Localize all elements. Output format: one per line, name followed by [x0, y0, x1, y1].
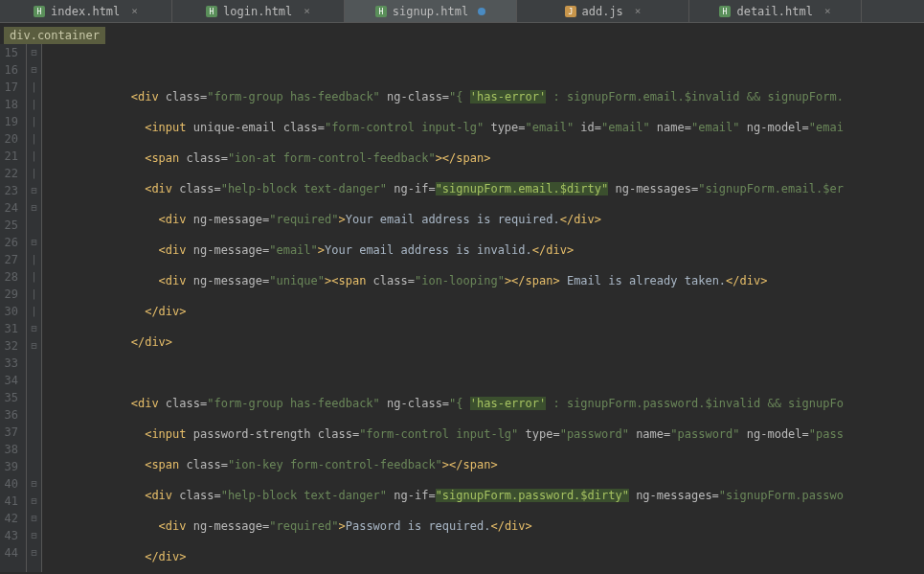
tab-label: detail.html — [736, 5, 812, 18]
tab-index[interactable]: H index.html × — [0, 0, 172, 22]
close-icon[interactable]: × — [304, 5, 310, 17]
tab-login[interactable]: H login.html × — [172, 0, 345, 22]
html-file-icon: H — [375, 6, 387, 17]
tab-label: index.html — [51, 5, 120, 18]
svg-text:H: H — [210, 8, 214, 16]
tab-label: add.js — [582, 5, 623, 18]
tab-add-js[interactable]: J add.js × — [517, 0, 689, 22]
html-file-icon: H — [719, 6, 731, 17]
line-number-gutter: 1516171819202122232425262728293031323334… — [0, 44, 27, 572]
close-icon[interactable]: × — [635, 5, 642, 17]
svg-text:H: H — [37, 8, 42, 16]
close-icon[interactable]: × — [824, 5, 831, 17]
tab-detail[interactable]: H detail.html × — [689, 0, 862, 22]
tab-signup[interactable]: H signup.html — [345, 0, 517, 22]
js-file-icon: J — [565, 6, 576, 17]
close-icon[interactable]: × — [131, 5, 138, 17]
tab-label: login.html — [223, 5, 292, 18]
breadcrumb[interactable]: div.container — [4, 27, 105, 44]
html-file-icon: H — [34, 6, 45, 17]
svg-text:H: H — [378, 8, 383, 16]
modified-indicator-icon — [478, 8, 485, 15]
tab-label: signup.html — [393, 5, 468, 18]
fold-gutter[interactable]: ⊟⊟||||||⊟⊟⊟||||⊟⊟⊟⊟⊟⊟⊟ — [27, 44, 42, 572]
html-file-icon: H — [206, 6, 217, 17]
code-editor[interactable]: 1516171819202122232425262728293031323334… — [0, 44, 924, 572]
code-area[interactable]: <div class="form-group has-feedback" ng-… — [42, 44, 924, 572]
svg-text:H: H — [723, 8, 728, 16]
svg-text:J: J — [568, 8, 573, 16]
editor-tabs: H index.html × H login.html × H signup.h… — [0, 0, 924, 23]
